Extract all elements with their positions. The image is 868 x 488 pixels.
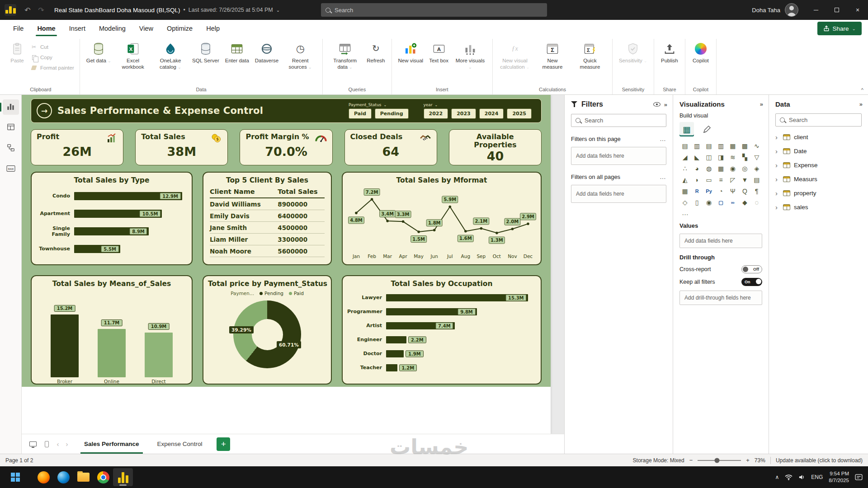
taskbar-chrome[interactable] xyxy=(93,468,113,486)
dax-query-view-button[interactable]: DAX xyxy=(3,162,19,177)
kpi-profit-margin[interactable]: Profit Margin %70.0% xyxy=(240,129,332,165)
collapse-filters-icon[interactable]: » xyxy=(664,101,666,108)
clock[interactable]: 9:54 PM 8/7/2025 xyxy=(829,470,849,484)
column-broker[interactable]: 15.2M xyxy=(51,311,79,377)
volume-icon[interactable] xyxy=(798,474,805,480)
user-name[interactable]: Doha Taha xyxy=(752,7,780,14)
card-icon[interactable]: ▭ xyxy=(703,175,714,185)
payment-option-pending[interactable]: Pending xyxy=(375,108,409,119)
power-automate-visual-icon[interactable]: ∞ xyxy=(727,197,738,207)
100-stacked-bar-chart-icon[interactable]: ▦ xyxy=(727,141,738,151)
copilot-button[interactable]: Copilot xyxy=(689,39,712,66)
menu-optimize[interactable]: Optimize xyxy=(160,20,199,37)
eye-icon[interactable] xyxy=(653,102,660,107)
expand-chevron-icon[interactable]: › xyxy=(775,147,779,155)
enter-data-button[interactable]: Enter data xyxy=(222,39,252,66)
update-available-link[interactable]: Update available (click to download) xyxy=(776,457,863,464)
table-row[interactable]: Jane Smith4500000 xyxy=(210,222,325,234)
multi-row-card-icon[interactable]: ≡ xyxy=(715,175,726,185)
table-icon[interactable]: ▤ xyxy=(751,175,762,185)
year-option-2022[interactable]: 2022 xyxy=(424,108,448,119)
model-view-button[interactable] xyxy=(3,141,19,156)
year-option-2023[interactable]: 2023 xyxy=(451,108,476,119)
transform-data-button[interactable]: Transform data ⌄ xyxy=(326,39,363,71)
data-table-expense[interactable]: ›Expense xyxy=(775,158,862,172)
onelake-catalog-button[interactable]: OneLake catalog ⌄ xyxy=(152,39,189,71)
refresh-button[interactable]: ↻Refresh xyxy=(364,39,387,66)
report-page[interactable]: → Sales Performance & Expense Control Pa… xyxy=(22,95,551,434)
filters-page-dropzone[interactable]: Add data fields here xyxy=(571,147,666,165)
report-view-button[interactable] xyxy=(3,99,19,115)
data-search-input[interactable] xyxy=(789,117,857,123)
area-chart-icon[interactable]: ◢ xyxy=(679,152,690,162)
clustered-column-chart-icon[interactable]: ▥ xyxy=(715,141,726,151)
decomposition-tree-icon[interactable]: Ψ xyxy=(727,186,738,196)
new-measure-button[interactable]: ΣNew measure xyxy=(534,39,571,71)
stacked-bar-chart-icon[interactable]: ▤ xyxy=(679,141,690,151)
build-visual-mode-icon[interactable]: ▦ xyxy=(679,122,694,136)
visual-total-sales-by-means-of-sales[interactable]: Total Sales by Means_of_Sales 15.2M11.7M… xyxy=(31,275,193,385)
new-visual-calculation-button[interactable]: ƒxNew visual calculation ⌄ xyxy=(496,39,533,71)
cut-button[interactable]: ✂Cut xyxy=(30,43,74,51)
page-tab-expense-control[interactable]: Expense Control xyxy=(148,434,212,454)
column-online[interactable]: 11.7M xyxy=(98,311,126,377)
mobile-layout-icon[interactable] xyxy=(40,437,53,451)
line-and-clustered-column-chart-icon[interactable]: ◨ xyxy=(715,152,726,162)
collapse-visualizations-icon[interactable]: » xyxy=(760,101,762,108)
expand-chevron-icon[interactable]: › xyxy=(775,203,779,211)
publish-button[interactable]: Publish xyxy=(658,39,681,66)
window-title-menu[interactable]: Real State DashBoard Doha Masoud (BI,SQL… xyxy=(54,7,280,14)
menu-file[interactable]: File xyxy=(6,20,30,37)
menu-view[interactable]: View xyxy=(132,20,160,37)
sensitivity-button[interactable]: Sensitivity ⌄ xyxy=(616,39,650,66)
line-and-stacked-column-chart-icon[interactable]: ◫ xyxy=(703,152,714,162)
zoom-in-button[interactable]: + xyxy=(746,457,750,464)
custom-visual-outline-icon[interactable]: ◌ xyxy=(751,197,762,207)
zoom-level[interactable]: 73% xyxy=(755,457,765,464)
zoom-slider[interactable] xyxy=(698,460,741,461)
visual-total-sales-by-type[interactable]: Total Sales by Type Condo12.9MApartment1… xyxy=(31,172,193,265)
legend-item-paid[interactable]: Paid xyxy=(289,291,304,296)
paste-button[interactable]: Paste xyxy=(5,39,29,66)
get-data-button[interactable]: Get data ⌄ xyxy=(84,39,114,66)
menu-modeling[interactable]: Modeling xyxy=(92,20,132,37)
format-painter-button[interactable]: Format painter xyxy=(30,64,74,71)
column-direct[interactable]: 10.9M xyxy=(145,311,173,377)
table-row[interactable]: Noah Moore5600000 xyxy=(210,245,325,257)
language-indicator[interactable]: ENG xyxy=(811,474,823,480)
scatter-chart-icon[interactable]: ∴ xyxy=(679,164,690,174)
map-icon[interactable]: ◉ xyxy=(727,164,738,174)
collapse-ribbon-icon[interactable]: ^ xyxy=(861,87,863,93)
excel-workbook-button[interactable]: XExcel workbook xyxy=(114,39,151,71)
legend-item-pending[interactable]: Pending xyxy=(259,291,283,296)
matrix-icon[interactable]: ▦ xyxy=(679,186,690,196)
format-visual-mode-icon[interactable] xyxy=(699,122,714,136)
filters-search-box[interactable] xyxy=(571,114,666,127)
gauge-icon[interactable]: ◗ xyxy=(691,175,702,185)
quick-measure-button[interactable]: ΣQuick measure xyxy=(571,39,609,71)
taskbar-edge[interactable] xyxy=(53,468,73,486)
tray-chevron-icon[interactable]: ∧ xyxy=(775,474,779,480)
collapse-data-icon[interactable]: » xyxy=(859,101,862,108)
zoom-slider-knob[interactable] xyxy=(714,458,719,463)
expand-chevron-icon[interactable]: › xyxy=(775,161,779,169)
values-dropzone[interactable]: Add data fields here xyxy=(679,234,762,248)
pie-chart-icon[interactable]: ◕ xyxy=(691,164,702,174)
table-row[interactable]: Emily Davis6400000 xyxy=(210,210,325,222)
data-search-box[interactable] xyxy=(775,113,862,127)
taskbar-powerbi[interactable] xyxy=(113,468,133,486)
filters-search-input[interactable] xyxy=(585,117,662,124)
menu-help[interactable]: Help xyxy=(199,20,226,37)
python-visual-icon[interactable]: Py xyxy=(703,186,714,196)
waterfall-chart-icon[interactable]: ▚ xyxy=(739,152,750,162)
more-visuals-button[interactable]: More visuals ⌄ xyxy=(452,39,489,71)
funnel-chart-icon[interactable]: ▽ xyxy=(751,152,762,162)
get-more-visuals-icon[interactable]: … xyxy=(682,209,762,216)
treemap-icon[interactable]: ▦ xyxy=(715,164,726,174)
data-table-client[interactable]: ›client xyxy=(775,130,862,144)
payment-slicer-header[interactable]: Payment_Status ⌄ xyxy=(349,103,412,107)
new-page-button[interactable]: + xyxy=(217,437,230,451)
visual-total-price-by-payment-status[interactable]: Total price by Payment_Status Paymen...P… xyxy=(203,275,332,385)
close-button[interactable]: × xyxy=(847,0,868,20)
metrics-icon[interactable]: ◇ xyxy=(679,197,690,207)
